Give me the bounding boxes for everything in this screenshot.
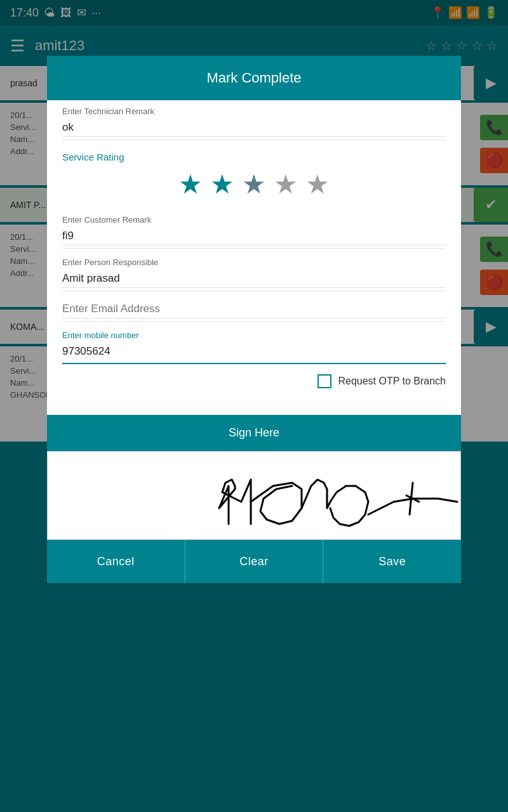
sign-here-label: Sign Here: [229, 426, 279, 439]
sign-here-button[interactable]: Sign Here: [47, 415, 461, 451]
dialog-title-bar: Mark Complete: [47, 56, 461, 100]
signature-canvas[interactable]: [47, 451, 461, 540]
star-1[interactable]: ★: [178, 169, 203, 200]
signature-svg: [48, 451, 460, 540]
dialog-title: Mark Complete: [206, 70, 301, 86]
customer-remark-input[interactable]: [62, 227, 446, 246]
technician-remark-label: Enter Technician Remark: [62, 107, 446, 116]
star-4[interactable]: ★: [274, 169, 298, 200]
mobile-label: Enter mobile number: [62, 331, 446, 340]
customer-remark-field: Enter Customer Remark: [62, 209, 446, 249]
star-5[interactable]: ★: [305, 169, 330, 200]
service-rating-label: Service Rating: [62, 152, 446, 162]
person-responsible-field: Enter Person Responsible: [62, 251, 446, 291]
technician-remark-input[interactable]: [62, 119, 446, 137]
technician-remark-field: Enter Technician Remark: [62, 100, 446, 140]
person-responsible-input[interactable]: [62, 270, 446, 288]
email-field: [62, 294, 446, 322]
spacer: [62, 396, 446, 409]
service-rating-section: Service Rating ★ ★ ★ ★ ★: [62, 143, 446, 209]
otp-checkbox-label: Request OTP to Branch: [338, 376, 446, 387]
star-3[interactable]: ★: [242, 169, 266, 200]
otp-checkbox-row: Request OTP to Branch: [62, 367, 446, 396]
save-button[interactable]: Save: [323, 540, 461, 583]
customer-remark-label: Enter Customer Remark: [62, 215, 446, 225]
mark-complete-dialog: Mark Complete Enter Technician Remark Se…: [47, 56, 461, 583]
dialog-footer: Cancel Clear Save: [47, 540, 461, 583]
mobile-input[interactable]: [62, 343, 446, 360]
email-input[interactable]: [62, 300, 446, 318]
dialog-body: Enter Technician Remark Service Rating ★…: [47, 100, 461, 409]
stars-row: ★ ★ ★ ★ ★: [62, 169, 446, 200]
mobile-field: Enter mobile number: [62, 324, 446, 364]
otp-checkbox[interactable]: [318, 374, 331, 388]
cancel-button[interactable]: Cancel: [47, 540, 185, 583]
clear-button[interactable]: Clear: [185, 540, 324, 583]
star-2[interactable]: ★: [210, 169, 234, 200]
person-responsible-label: Enter Person Responsible: [62, 258, 446, 267]
